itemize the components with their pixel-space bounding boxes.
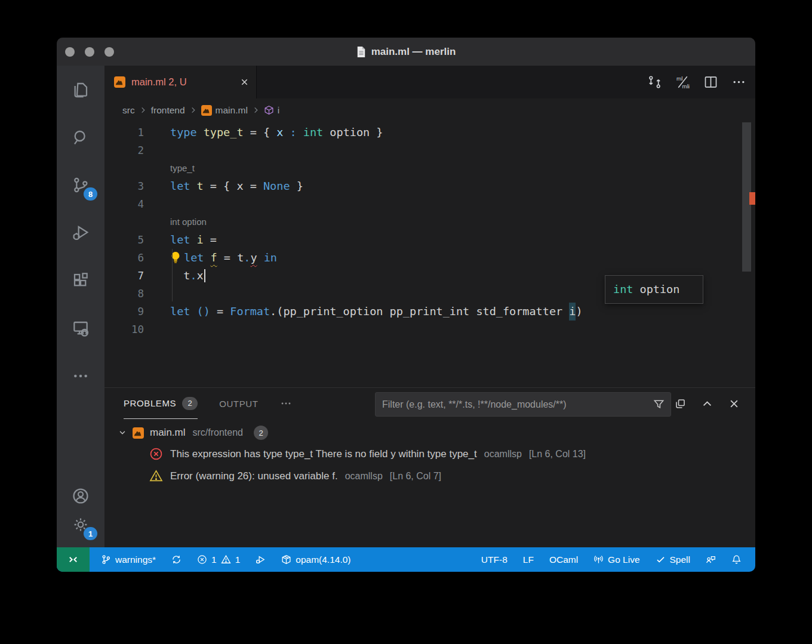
desktop-background: main.ml — merlin 8 — [0, 0, 812, 644]
tab-problems[interactable]: PROBLEMS 2 — [124, 388, 198, 419]
notifications-bell-icon[interactable] — [725, 547, 748, 572]
code-token: int — [303, 124, 323, 141]
code-token — [190, 177, 196, 195]
editor[interactable]: 1type type_t = { x : int option }2type_t… — [104, 122, 755, 387]
problems-filter-input[interactable] — [376, 399, 653, 410]
breadcrumb-src[interactable]: src — [122, 105, 135, 116]
problem-source: ocamllsp — [345, 471, 383, 482]
settings-gear-icon[interactable]: 1 — [66, 510, 95, 539]
code-token: () — [197, 303, 210, 321]
line-number: 10 — [104, 321, 144, 338]
problems-file-path: src/frontend — [193, 427, 243, 438]
opam-switch-item[interactable]: opam(4.14.0) — [275, 547, 357, 572]
code-row: 9let () = Format.(pp_print_option pp_pri… — [104, 303, 755, 321]
symbol-cube-icon — [264, 105, 274, 115]
code-token — [204, 249, 210, 267]
ocaml-file-icon — [201, 105, 212, 116]
split-editor-icon[interactable] — [703, 74, 719, 90]
title-bar[interactable]: main.ml — merlin — [57, 38, 755, 66]
svg-text:ml: ml — [676, 75, 682, 82]
problem-location: [Ln 6, Col 7] — [390, 471, 441, 482]
explorer-icon[interactable] — [66, 75, 95, 104]
remote-explorer-icon[interactable] — [66, 314, 95, 343]
spell-checker-item[interactable]: Spell — [649, 547, 697, 572]
line-number: 8 — [104, 285, 144, 303]
document-icon — [356, 46, 366, 58]
inlay-hint-text: type_t — [144, 159, 755, 177]
eol-item[interactable]: LF — [516, 547, 540, 572]
tab-main-ml[interactable]: main.ml 2, U — [104, 66, 257, 98]
problems-status-item[interactable]: 1 1 — [190, 547, 247, 572]
panel-actions — [675, 388, 740, 419]
filter-funnel-icon[interactable] — [653, 399, 670, 410]
panel-header: PROBLEMS 2 OUTPUT — [104, 388, 755, 419]
window-title-group: main.ml — merlin — [356, 46, 456, 58]
minimize-window-button[interactable] — [85, 47, 94, 57]
code-text: let i = — [144, 231, 755, 249]
language-mode-item[interactable]: OCaml — [543, 547, 585, 572]
go-live-item[interactable]: Go Live — [587, 547, 646, 572]
maximize-panel-icon[interactable] — [702, 398, 713, 409]
problem-row-warning[interactable]: Error (warning 26): unused variable f. o… — [104, 465, 755, 487]
more-actions-icon[interactable] — [66, 362, 95, 390]
code-token: type — [170, 124, 197, 141]
code-row: 4 — [104, 195, 755, 213]
run-debug-icon[interactable] — [66, 218, 95, 247]
problems-filter — [375, 392, 671, 417]
search-icon[interactable] — [66, 123, 95, 152]
code-token: = { — [204, 177, 237, 195]
window-title: main.ml — merlin — [371, 46, 456, 58]
problems-tree: main.ml src/frontend 2 This expression h… — [104, 419, 755, 487]
close-panel-icon[interactable] — [728, 398, 740, 409]
line-number: 2 — [104, 141, 144, 159]
zoom-window-button[interactable] — [104, 47, 114, 57]
account-icon[interactable] — [66, 482, 95, 510]
code-token: = { — [244, 124, 277, 141]
sync-item[interactable] — [165, 547, 188, 572]
svg-text:mli: mli — [682, 83, 690, 90]
switch-impl-intf-icon[interactable] — [647, 74, 663, 90]
encoding-item[interactable]: UTF-8 — [475, 547, 514, 572]
debug-status-item[interactable] — [249, 547, 272, 572]
close-window-button[interactable] — [65, 47, 75, 57]
code-token — [197, 124, 204, 141]
chevron-down-icon — [118, 429, 127, 437]
extensions-icon[interactable] — [66, 266, 95, 295]
code-token — [190, 231, 196, 249]
code-token: let — [170, 177, 190, 195]
ocaml-file-icon — [133, 427, 144, 439]
breadcrumb-symbol[interactable]: i — [264, 105, 279, 116]
remote-indicator[interactable] — [57, 547, 90, 572]
source-control-icon[interactable]: 8 — [66, 171, 95, 199]
tab-output[interactable]: OUTPUT — [219, 399, 258, 409]
code-row: 1type type_t = { x : int option } — [104, 124, 755, 141]
feedback-icon[interactable] — [699, 547, 722, 572]
code-row: 3let t = { x = None } — [104, 177, 755, 195]
collapse-all-icon[interactable] — [675, 398, 686, 409]
line-number: 6 — [104, 249, 144, 267]
problem-row-error[interactable]: This expression has type type_t There is… — [104, 443, 755, 465]
panel-more-tabs-icon[interactable] — [279, 397, 293, 410]
lightbulb-icon[interactable] — [169, 251, 183, 265]
code-token: } — [370, 124, 383, 141]
code-token: = — [217, 249, 237, 267]
more-actions-icon[interactable] — [731, 74, 747, 90]
code-token: i — [569, 303, 576, 321]
breadcrumb-frontend[interactable]: frontend — [151, 105, 185, 116]
code-token: = — [210, 303, 230, 321]
editor-rows: 1type type_t = { x : int option }2type_t… — [104, 124, 755, 338]
code-text: let t = { x = None } — [144, 177, 755, 195]
tab-bar: main.ml 2, U mlmli — [104, 66, 755, 98]
inlay-hint-row: int option — [104, 213, 755, 231]
code-token: = — [204, 231, 217, 249]
problems-count-badge: 2 — [182, 397, 198, 410]
line-number: 7 — [104, 267, 144, 285]
code-token: y — [250, 249, 257, 267]
ml-mli-switch-icon[interactable]: mlmli — [675, 74, 691, 90]
line-number: 4 — [104, 195, 144, 213]
problems-file-row[interactable]: main.ml src/frontend 2 — [104, 423, 755, 443]
code-token — [283, 124, 290, 141]
breadcrumb-file[interactable]: main.ml — [201, 105, 248, 116]
tab-close-icon[interactable] — [240, 78, 249, 87]
git-branch-item[interactable]: warnings* — [94, 547, 162, 572]
